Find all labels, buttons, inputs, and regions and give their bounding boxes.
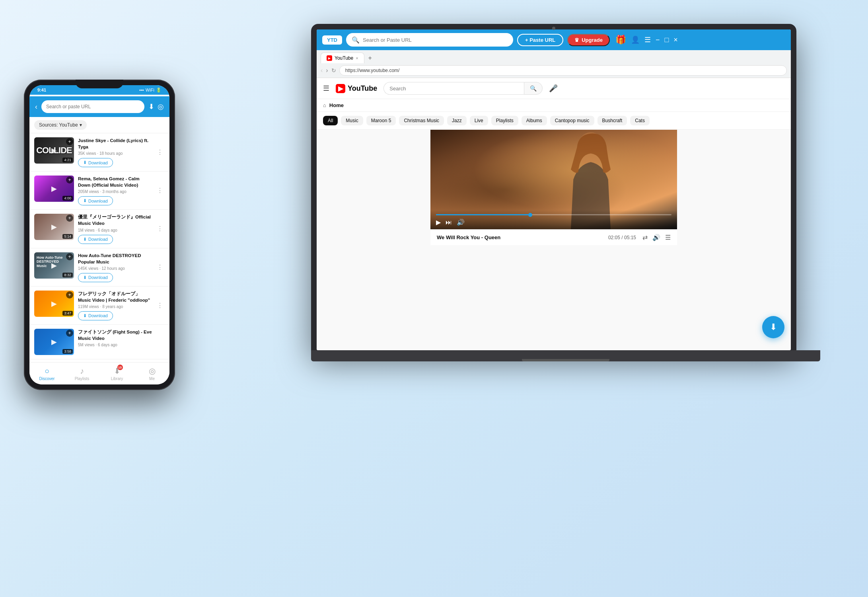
more-options-1[interactable]: ⋮ <box>155 147 165 158</box>
phone-download-icon[interactable]: ⬇ <box>148 102 154 111</box>
download-fab-icon: ⬇ <box>770 322 777 332</box>
yt-favicon: ▶ <box>327 55 332 61</box>
phone-video-info-2: Rema, Selena Gomez - Calm Down (Official… <box>78 176 151 205</box>
phone-discover-icon[interactable]: ◎ <box>158 102 164 111</box>
progress-fill <box>436 214 530 215</box>
youtube-tab[interactable]: ▶ YouTube × <box>321 53 364 63</box>
thumb-text-4: How Auto-TuneDESTROYEDMusic <box>37 256 62 268</box>
user-icon[interactable]: 👤 <box>631 35 640 44</box>
forward-arrow-icon[interactable]: › <box>326 67 328 74</box>
list-item: ▶ + 3:47 フレデリック「オドループ」Music Video | Fred… <box>29 287 169 325</box>
close-icon[interactable]: × <box>673 36 678 44</box>
yt-mic-icon[interactable]: 🎤 <box>549 84 558 93</box>
playlists-icon: ♪ <box>80 367 84 376</box>
laptop-wrapper: YTD 🔍 + Paste URL ♛ Upgrade 🎁 👤 ☰ − □ × <box>311 24 836 382</box>
yt-player-area: ▶ ⏭ 🔊 ⬇ We Will Rock You - <box>317 130 791 350</box>
download-button-2[interactable]: ⬇ Download <box>78 196 113 205</box>
crown-icon: ♛ <box>574 37 579 43</box>
refresh-icon[interactable]: ↻ <box>331 67 336 74</box>
phone-header: ‹ ⬇ ◎ <box>29 96 169 117</box>
cat-pill-all[interactable]: All <box>323 116 338 125</box>
paste-url-button[interactable]: + Paste URL <box>517 34 563 46</box>
new-tab-button[interactable]: + <box>365 53 375 63</box>
nav-item-me[interactable]: ◎ Me <box>134 363 169 384</box>
yt-home-nav-icon[interactable]: ⌂ <box>323 102 326 108</box>
shuffle-icon[interactable]: ⇄ <box>642 234 648 241</box>
app-logo[interactable]: YTD <box>322 35 342 45</box>
download-button-4[interactable]: ⬇ Download <box>78 273 113 282</box>
thumb-add-icon[interactable]: + <box>66 138 73 145</box>
more-options-4[interactable]: ⋮ <box>155 262 165 273</box>
upgrade-button[interactable]: ♛ Upgrade <box>567 34 610 46</box>
yt-search-input[interactable] <box>383 82 524 95</box>
volume-control-icon[interactable]: 🔊 <box>652 234 660 241</box>
play-icon[interactable]: ▶ <box>436 219 441 226</box>
queue-icon[interactable]: ☰ <box>665 234 671 241</box>
titlebar-icons: 🎁 👤 ☰ − □ × <box>615 35 678 45</box>
list-item: ▶ + 5:14 優里『メリーゴーランド』Official Music Vide… <box>29 210 169 248</box>
cat-pill-maroon5[interactable]: Maroon 5 <box>366 116 396 125</box>
volume-icon[interactable]: 🔊 <box>457 219 465 226</box>
download-icon-1: ⬇ <box>83 160 87 165</box>
cat-pill-music[interactable]: Music <box>341 116 363 125</box>
gift-icon[interactable]: 🎁 <box>615 35 626 45</box>
back-arrow-icon[interactable]: ‹ <box>321 67 323 74</box>
thumb-add-icon-5[interactable]: + <box>66 291 73 298</box>
minimize-icon[interactable]: − <box>656 36 660 44</box>
yt-home-link[interactable]: Home <box>329 102 344 108</box>
now-playing-bar: We Will Rock You - Queen 02:05 / 05:15 ⇄… <box>430 229 677 245</box>
nav-item-library[interactable]: ⬇ 15 Library <box>99 363 134 384</box>
thumb-duration-1: 4:21 <box>62 158 73 162</box>
cat-pill-playlists[interactable]: Playlists <box>491 116 518 125</box>
app-search-input[interactable] <box>363 37 508 43</box>
tab-close-icon[interactable]: × <box>356 56 358 60</box>
video-thumbnail-6: ▶ + 3:58 <box>34 329 74 355</box>
nav-item-discover[interactable]: ○ Discover <box>29 363 64 384</box>
cat-pill-cats[interactable]: Cats <box>630 116 650 125</box>
phone-notch <box>76 80 123 88</box>
progress-bar[interactable] <box>436 214 671 215</box>
download-button-3[interactable]: ⬇ Download <box>78 235 113 244</box>
skip-icon[interactable]: ⏭ <box>446 219 452 226</box>
thumb-duration-5: 3:47 <box>62 311 73 316</box>
source-dropdown-button[interactable]: Sources: YouTube ▾ <box>34 120 87 130</box>
video-player: ▶ ⏭ 🔊 <box>430 130 677 229</box>
phone-search-bar[interactable] <box>41 100 144 113</box>
thumb-duration-4: 8:32 <box>62 273 73 277</box>
more-options-5[interactable]: ⋮ <box>155 300 165 311</box>
yt-menu-icon[interactable]: ☰ <box>323 84 329 93</box>
address-bar[interactable]: https://www.youtube.com/ <box>339 65 787 76</box>
phone-wrapper: 9:41 ▪▪▪ WiFi 🔋 ‹ ⬇ ◎ <box>24 80 199 438</box>
phone-video-info-4: How Auto-Tune DESTROYED Popular Music 14… <box>78 252 151 282</box>
thumb-add-icon-3[interactable]: + <box>66 215 73 222</box>
app-search-bar[interactable]: 🔍 <box>346 33 513 47</box>
cat-pill-bushcraft[interactable]: Bushcraft <box>597 116 627 125</box>
menu-icon[interactable]: ☰ <box>644 35 651 44</box>
yt-logo[interactable]: ▶ YouTube <box>336 84 377 93</box>
cat-pill-albums[interactable]: Albums <box>522 116 547 125</box>
phone-back-button[interactable]: ‹ <box>35 103 37 111</box>
download-fab-button[interactable]: ⬇ <box>762 316 784 338</box>
yt-search-button[interactable]: 🔍 <box>524 82 543 95</box>
yt-categories: All Music Maroon 5 Christmas Music Jazz … <box>317 112 791 130</box>
download-button-1[interactable]: ⬇ Download <box>78 158 113 167</box>
more-options-2[interactable]: ⋮ <box>155 185 165 196</box>
video-meta-5: 119M views · 8 years ago <box>78 304 151 309</box>
thumb-add-icon-4[interactable]: + <box>66 253 73 260</box>
nav-item-playlists[interactable]: ♪ Playlists <box>64 363 99 384</box>
phone-search-input[interactable] <box>46 104 140 109</box>
cat-pill-jazz[interactable]: Jazz <box>447 116 467 125</box>
thumb-add-icon-6[interactable]: + <box>66 330 73 337</box>
cat-pill-christmas[interactable]: Christmas Music <box>399 116 444 125</box>
maximize-icon[interactable]: □ <box>664 36 669 44</box>
video-title-2: Rema, Selena Gomez - Calm Down (Official… <box>78 176 151 188</box>
me-label: Me <box>149 377 155 381</box>
thumb-add-icon-2[interactable]: + <box>66 176 73 183</box>
cat-pill-cantopop[interactable]: Cantopop music <box>550 116 594 125</box>
video-meta-6: 5M views · 6 days ago <box>78 343 165 347</box>
more-options-3[interactable]: ⋮ <box>155 223 165 234</box>
video-thumbnail: ▶ ⏭ 🔊 <box>430 130 677 229</box>
browser-nav: ‹ › ↻ https://www.youtube.com/ <box>317 63 791 78</box>
download-button-5[interactable]: ⬇ Download <box>78 311 113 320</box>
cat-pill-live[interactable]: Live <box>470 116 488 125</box>
